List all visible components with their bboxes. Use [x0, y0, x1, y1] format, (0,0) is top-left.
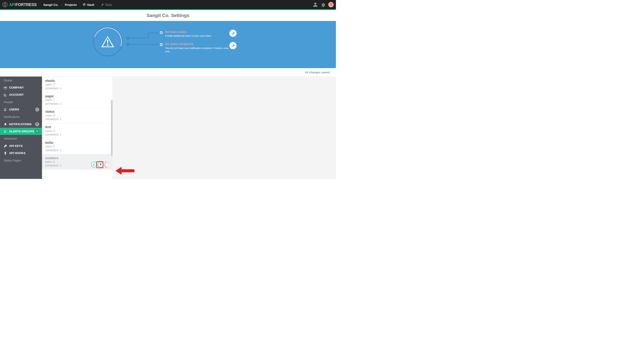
svg-point-4	[6, 108, 6, 109]
sidebar-section-advanced: Advanced	[0, 135, 42, 142]
list-item-name: xmatters	[45, 156, 109, 160]
list-item[interactable]: twilio users: 0 connectors: 1	[42, 139, 113, 154]
sidebar-item-label: USERS	[9, 108, 19, 111]
sidebar-section-status-pages: Status Pages	[0, 157, 42, 164]
page-title-row: Sangit Co. Settings	[0, 10, 336, 21]
list-item-users: users: 0	[45, 83, 109, 86]
sidebar-item-api-hooks[interactable]: API HOOKS	[0, 150, 42, 157]
manage-users-button[interactable]	[91, 162, 96, 168]
nav-vault-label: Vault	[87, 3, 94, 6]
list-item[interactable]: test users: 1 connectors: 1	[42, 124, 113, 139]
list-item-name: twilio	[45, 141, 109, 144]
nav-left: Sangit Co. → Projects Vault Tools	[40, 0, 116, 10]
nav-vault[interactable]: Vault	[80, 0, 98, 10]
list-item-users: users: 0	[45, 144, 109, 148]
sidebar-item-label: NOTIFICATIONS	[9, 122, 32, 126]
diagram-line	[148, 33, 160, 33]
svg-rect-2	[4, 88, 7, 89]
annotation-arrow	[116, 167, 134, 175]
list-item[interactable]: pager users: 1 connectors: 1	[42, 92, 113, 108]
gear-icon[interactable]	[321, 2, 326, 7]
status-bar: All changes saved.	[0, 68, 336, 77]
banner-diagram	[93, 27, 122, 56]
svg-point-7	[93, 164, 94, 164]
sidebar-item-label: ACCOUNT	[9, 93, 24, 96]
breadcrumb[interactable]: Sangit Co. → Projects	[40, 0, 80, 10]
status-text: All changes saved.	[305, 70, 330, 74]
svg-point-0	[84, 4, 86, 4]
fix-recipients-button[interactable]	[230, 42, 236, 49]
banner-alert-title: No team mates	[165, 30, 230, 34]
sidebar-item-alerts-groups[interactable]: ALERTS GROUPS 6	[0, 128, 42, 135]
diagram-node	[126, 37, 129, 40]
list-item-name: elastic	[45, 79, 109, 83]
top-nav: APIFORTRESS Sangit Co. → Projects Vault …	[0, 0, 336, 10]
lower-section: Global COMPANY ACCOUNT People USERS 1 No…	[0, 76, 336, 179]
list-item-name: test	[45, 126, 109, 129]
alert-groups-list: elastic users: 0 connectors: 1 pager use…	[42, 76, 113, 179]
users-count-badge: 1	[35, 108, 39, 112]
svg-point-3	[4, 108, 6, 110]
settings-sidebar: Global COMPANY ACCOUNT People USERS 1 No…	[0, 76, 42, 179]
sidebar-item-label: COMPANY	[9, 86, 24, 89]
svg-point-8	[94, 164, 95, 164]
brand-logo-icon	[2, 2, 8, 7]
page-title: Sangit Co. Settings	[147, 13, 190, 18]
sidebar-item-label: API KEYS	[9, 144, 23, 148]
annotation-highlight-box	[96, 162, 103, 168]
diagram-line	[148, 33, 149, 38]
list-item-name: pager	[45, 94, 109, 98]
list-item-users: users: 1	[45, 129, 109, 133]
sidebar-item-label: ALERTS GROUPS	[9, 130, 34, 133]
sidebar-item-api-keys[interactable]: API KEYS	[0, 142, 42, 150]
sidebar-item-users[interactable]: USERS 1	[0, 106, 42, 113]
list-item[interactable]: status users: 0 connectors: 1	[42, 108, 113, 123]
sidebar-section-notifications: Notifications	[0, 113, 42, 121]
warning-icon	[101, 36, 114, 48]
list-item-connectors: connectors: 1	[45, 86, 109, 90]
svg-point-6	[6, 130, 6, 131]
diagram-line	[129, 44, 160, 45]
banner-warning-circle	[93, 27, 122, 56]
brand-logo[interactable]: APIFORTRESS	[0, 2, 40, 7]
help-icon[interactable]: ?	[328, 2, 334, 8]
notifications-count-badge: 0	[35, 122, 39, 126]
user-icon[interactable]	[313, 2, 318, 7]
brand-logo-text: APIFORTRESS	[9, 2, 37, 7]
nav-tools[interactable]: Tools	[98, 0, 116, 10]
banner-alert-sub: You do not have any notification recipie…	[165, 46, 230, 53]
nav-tools-label: Tools	[105, 3, 112, 6]
list-item[interactable]: elastic users: 0 connectors: 1	[42, 77, 113, 92]
diagram-line	[129, 38, 149, 38]
sidebar-item-company[interactable]: COMPANY	[0, 84, 42, 91]
list-item-selected[interactable]: xmatters users: 0 connectors: 1	[42, 154, 113, 170]
breadcrumb-company: Sangit Co.	[44, 3, 58, 6]
sidebar-item-notifications[interactable]: NOTIFICATIONS 0	[0, 120, 42, 128]
sidebar-section-global: Global	[0, 76, 42, 84]
delete-group-button[interactable]	[105, 162, 108, 168]
detail-pane	[113, 76, 336, 179]
list-scrollbar[interactable]	[111, 76, 112, 179]
diagram-node	[126, 43, 129, 46]
breadcrumb-projects: Projects	[65, 3, 77, 6]
diagram-endpoint	[160, 31, 163, 34]
list-item-users: users: 0	[45, 114, 109, 118]
banner-alert-title: No alerts recipients	[165, 42, 230, 46]
list-item-connectors: connectors: 1	[45, 102, 109, 106]
sidebar-item-label: API HOOKS	[9, 152, 26, 155]
list-item-name: status	[45, 110, 109, 114]
svg-point-5	[4, 130, 6, 131]
banner-alert-sub: Create additional users to join your tea…	[165, 34, 230, 38]
sidebar-section-people: People	[0, 98, 42, 106]
list-item-users: users: 1	[45, 98, 109, 102]
svg-rect-1	[4, 87, 7, 87]
diagram-endpoint	[160, 43, 163, 46]
setup-banner: No team mates Create additional users to…	[0, 21, 336, 68]
banner-alert-recipients: No alerts recipients You do not have any…	[165, 42, 230, 53]
banner-alert-teammates: No team mates Create additional users to…	[165, 30, 230, 38]
arrow-right-icon: →	[60, 3, 63, 7]
list-item-connectors: connectors: 1	[45, 133, 109, 136]
sidebar-item-account[interactable]: ACCOUNT	[0, 91, 42, 98]
alerts-groups-count-badge: 6	[35, 129, 39, 133]
fix-teammates-button[interactable]	[230, 30, 236, 37]
